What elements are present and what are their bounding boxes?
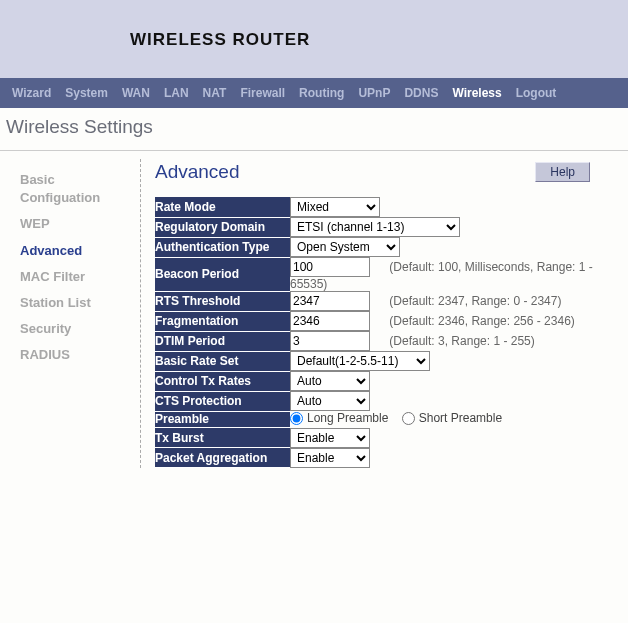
preamble-long-label: Long Preamble <box>307 411 388 425</box>
regulatory-domain-select[interactable]: ETSI (channel 1-13) <box>290 217 460 237</box>
nav-wan[interactable]: WAN <box>122 86 150 100</box>
tx-burst-select[interactable]: Enable <box>290 428 370 448</box>
section-title: Advanced <box>155 161 240 183</box>
sidebar-item-basic[interactable]: Basic Configuation <box>20 167 132 211</box>
label-control-tx-rates: Control Tx Rates <box>155 371 290 391</box>
label-cts-protection: CTS Protection <box>155 391 290 411</box>
preamble-long-option[interactable]: Long Preamble <box>290 411 388 425</box>
nav-firewall[interactable]: Firewall <box>240 86 285 100</box>
label-packet-aggregation: Packet Aggregation <box>155 448 290 468</box>
sidebar-item-station-list[interactable]: Station List <box>20 290 132 316</box>
label-rts-threshold: RTS Threshold <box>155 291 290 311</box>
nav-wizard[interactable]: Wizard <box>12 86 51 100</box>
section-head: Advanced Help <box>155 159 620 197</box>
sidebar-item-security[interactable]: Security <box>20 316 132 342</box>
label-rate-mode: Rate Mode <box>155 197 290 217</box>
nav-nat[interactable]: NAT <box>203 86 227 100</box>
preamble-short-option[interactable]: Short Preamble <box>402 411 502 425</box>
sidebar-item-wep[interactable]: WEP <box>20 211 132 237</box>
label-tx-burst: Tx Burst <box>155 428 290 448</box>
sidebar-item-advanced[interactable]: Advanced <box>20 238 132 264</box>
preamble-short-radio[interactable] <box>402 412 415 425</box>
sidebar-item-radius[interactable]: RADIUS <box>20 342 132 368</box>
label-basic-rate-set: Basic Rate Set <box>155 351 290 371</box>
fragmentation-input[interactable] <box>290 311 370 331</box>
nav-logout[interactable]: Logout <box>516 86 557 100</box>
control-tx-rates-select[interactable]: Auto <box>290 371 370 391</box>
label-regulatory-domain: Regulatory Domain <box>155 217 290 237</box>
packet-aggregation-select[interactable]: Enable <box>290 448 370 468</box>
rts-threshold-input[interactable] <box>290 291 370 311</box>
dtim-period-hint: (Default: 3, Range: 1 - 255) <box>373 334 534 348</box>
cts-protection-select[interactable]: Auto <box>290 391 370 411</box>
nav-wireless[interactable]: Wireless <box>452 86 501 100</box>
label-fragmentation: Fragmentation <box>155 311 290 331</box>
label-dtim-period: DTIM Period <box>155 331 290 351</box>
label-beacon-period: Beacon Period <box>155 257 290 291</box>
preamble-short-label: Short Preamble <box>419 411 502 425</box>
rts-threshold-hint: (Default: 2347, Range: 0 - 2347) <box>373 294 561 308</box>
help-button[interactable]: Help <box>535 162 590 182</box>
page-title: Wireless Settings <box>0 108 628 150</box>
nav-ddns[interactable]: DDNS <box>404 86 438 100</box>
nav-lan[interactable]: LAN <box>164 86 189 100</box>
basic-rate-set-select[interactable]: Default(1-2-5.5-11) <box>290 351 430 371</box>
settings-table: Rate Mode Mixed Regulatory Domain ETSI (… <box>155 197 620 468</box>
nav-upnp[interactable]: UPnP <box>358 86 390 100</box>
main-nav: Wizard System WAN LAN NAT Firewall Routi… <box>0 78 628 108</box>
nav-routing[interactable]: Routing <box>299 86 344 100</box>
rate-mode-select[interactable]: Mixed <box>290 197 380 217</box>
sidebar: Basic Configuation WEP Advanced MAC Filt… <box>0 159 140 468</box>
header-band: WIRELESS ROUTER <box>0 0 628 78</box>
sidebar-item-mac-filter[interactable]: MAC Filter <box>20 264 132 290</box>
label-authentication-type: Authentication Type <box>155 237 290 257</box>
nav-system[interactable]: System <box>65 86 108 100</box>
preamble-long-radio[interactable] <box>290 412 303 425</box>
main-panel: Advanced Help Rate Mode Mixed Regulatory… <box>141 159 628 468</box>
authentication-type-select[interactable]: Open System <box>290 237 400 257</box>
content-wrap: Basic Configuation WEP Advanced MAC Filt… <box>0 150 628 468</box>
fragmentation-hint: (Default: 2346, Range: 256 - 2346) <box>373 314 574 328</box>
beacon-period-input[interactable] <box>290 257 370 277</box>
app-title: WIRELESS ROUTER <box>130 30 628 50</box>
dtim-period-input[interactable] <box>290 331 370 351</box>
label-preamble: Preamble <box>155 411 290 428</box>
